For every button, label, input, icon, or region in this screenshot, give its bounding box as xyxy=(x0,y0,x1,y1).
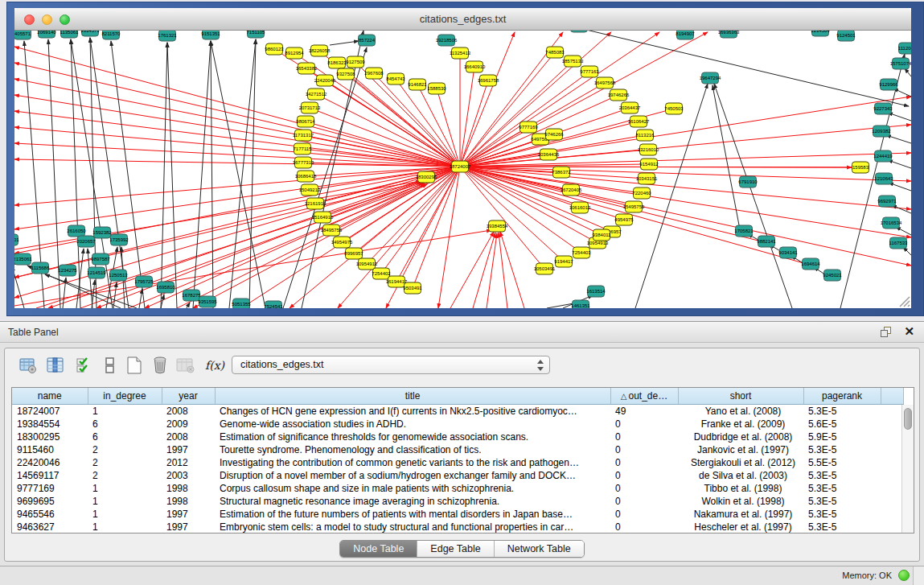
column-header-short[interactable]: short xyxy=(678,388,803,404)
graph-node[interactable]: 405571 xyxy=(14,31,31,39)
create-column-icon[interactable] xyxy=(124,355,145,376)
graph-node[interactable]: 16497568 xyxy=(594,77,616,89)
graph-node[interactable]: 14271512 xyxy=(306,89,327,100)
graph-node[interactable]: 4954975 xyxy=(614,214,634,225)
graph-edge[interactable] xyxy=(450,232,494,308)
column-header-name[interactable]: name xyxy=(12,388,88,404)
graph-node[interactable]: 15049213 xyxy=(299,184,321,196)
graph-node[interactable]: 7177115 xyxy=(294,143,313,154)
table-row[interactable]: 911546021997Tourette syndrome. Phenomeno… xyxy=(12,443,903,456)
row-height-icon[interactable] xyxy=(100,355,121,376)
graph-node[interactable]: 15495759 xyxy=(623,201,645,212)
graph-node[interactable]: 9777169 xyxy=(519,122,538,133)
column-header-in-degree[interactable]: in_degree xyxy=(88,388,162,404)
table-options-icon[interactable] xyxy=(18,355,39,376)
graph-edge[interactable] xyxy=(193,41,211,308)
table-row[interactable]: 2242004622012Investigating the contribut… xyxy=(12,456,903,469)
graph-edge[interactable] xyxy=(14,111,460,167)
graph-node[interactable]: 15751074 xyxy=(890,58,911,69)
graph-node[interactable]: 11731317 xyxy=(293,130,314,141)
graph-node[interactable]: 1112045 xyxy=(898,43,911,54)
graph-node[interactable]: 18724007 xyxy=(450,161,471,172)
graph-node[interactable]: 19218506 xyxy=(436,35,458,46)
graph-node[interactable]: 19746266 xyxy=(608,89,630,101)
graph-node[interactable]: 1210643 xyxy=(874,173,893,184)
show-columns-icon[interactable] xyxy=(45,355,66,376)
graph-node[interactable]: 8194907 xyxy=(676,31,695,39)
network-view-window[interactable]: citations_edges.txt 18724007183002951938… xyxy=(6,2,924,316)
graph-edge[interactable] xyxy=(460,32,708,167)
selection-mode-icon[interactable] xyxy=(74,355,95,376)
graph-edge[interactable] xyxy=(714,84,792,308)
table-row[interactable]: 977716911998Corpus callosum shape and si… xyxy=(12,482,903,495)
graph-node[interactable]: 1234275 xyxy=(58,265,77,276)
graph-node[interactable]: 9194417 xyxy=(554,256,573,267)
delete-column-icon[interactable] xyxy=(150,355,170,376)
graph-node[interactable]: 1115686 xyxy=(31,262,50,274)
graph-node[interactable]: 2087611 xyxy=(570,31,589,32)
graph-node[interactable]: 9860123 xyxy=(265,43,284,55)
graph-node[interactable]: 9314571 xyxy=(80,31,100,36)
graph-edge[interactable] xyxy=(499,233,507,308)
graph-node[interactable]: 9692971 xyxy=(877,196,897,207)
function-builder-icon[interactable]: f(x) xyxy=(204,355,225,376)
graph-node[interactable]: 1214504 xyxy=(811,31,830,36)
graph-node[interactable]: 9503491 xyxy=(403,282,422,294)
graph-edge[interactable] xyxy=(211,41,213,308)
table-select-dropdown[interactable]: citations_edges.txt xyxy=(232,356,550,374)
graph-node[interactable]: 2135061 xyxy=(14,253,32,265)
table-row[interactable]: 1456911722003Disruption of a novel membe… xyxy=(12,469,903,482)
graph-node[interactable]: 1244419 xyxy=(873,150,893,162)
graph-edge[interactable] xyxy=(367,167,460,264)
table-scrollbar[interactable] xyxy=(901,405,914,533)
graph-node[interactable]: 1167533 xyxy=(889,237,909,249)
graph-node[interactable]: 1214519 xyxy=(87,267,106,278)
graph-node[interactable]: 9034141 xyxy=(778,247,798,258)
graph-node[interactable]: 16961758 xyxy=(478,75,499,86)
graph-node[interactable]: 18495759 xyxy=(321,225,343,236)
graph-node[interactable]: 8113216 xyxy=(636,130,655,141)
graph-node[interactable]: 10616013 xyxy=(569,202,591,213)
graph-node[interactable]: 1761321 xyxy=(158,31,177,41)
table-row[interactable]: 969969511998Structural magnetic resonanc… xyxy=(12,495,903,508)
graph-edge[interactable] xyxy=(92,280,95,308)
graph-edge[interactable] xyxy=(713,85,740,229)
graph-node[interactable]: 8211570 xyxy=(102,31,121,39)
graph-node[interactable]: 5051355 xyxy=(232,299,251,308)
graph-node[interactable]: 9146821 xyxy=(408,79,427,90)
graph-edge[interactable] xyxy=(889,183,911,191)
graph-node[interactable]: 9154912 xyxy=(639,159,659,170)
graph-node[interactable]: 9806714 xyxy=(296,116,315,127)
graph-edge[interactable] xyxy=(886,135,911,143)
graph-node[interactable]: 1135061 xyxy=(60,31,80,38)
graph-node[interactable]: 18300295 xyxy=(416,171,437,183)
window-resize-grip[interactable] xyxy=(913,566,924,585)
graph-node[interactable]: 7254403 xyxy=(572,247,591,258)
graph-node[interactable]: 8454743 xyxy=(386,73,405,84)
close-panel-icon[interactable]: ✕ xyxy=(904,324,914,339)
graph-node[interactable]: 20364436 xyxy=(538,149,560,160)
graph-node[interactable]: 8912954 xyxy=(285,47,304,59)
graph-edge[interactable] xyxy=(460,167,911,209)
graph-node[interactable]: 9227343 xyxy=(873,103,893,114)
tab-edge-table[interactable]: Edge Table xyxy=(417,541,493,557)
graph-node[interactable]: 2069140 xyxy=(37,31,56,38)
graph-node[interactable]: 11325413 xyxy=(450,47,471,59)
graph-edge[interactable] xyxy=(500,232,524,308)
graph-node[interactable]: 1209382 xyxy=(872,126,891,137)
graph-node[interactable]: 2967608 xyxy=(364,68,384,79)
tab-network-table[interactable]: Network Table xyxy=(494,541,584,557)
graph-node[interactable]: 7450503 xyxy=(664,103,684,114)
float-panel-icon[interactable] xyxy=(881,327,892,338)
graph-node[interactable]: 10686418 xyxy=(295,171,317,182)
graph-node[interactable]: 13216010 xyxy=(638,144,659,155)
graph-node[interactable]: 7151105 xyxy=(247,31,266,38)
graph-edge[interactable] xyxy=(460,167,812,266)
table-row[interactable]: 1830029562008Estimation of significance … xyxy=(12,431,903,443)
graph-edge[interactable] xyxy=(330,41,359,45)
graph-node[interactable]: 16777313 xyxy=(293,157,314,168)
graph-node[interactable]: 20364437 xyxy=(619,102,641,113)
graph-edge[interactable] xyxy=(888,113,911,121)
graph-node[interactable]: 1588530 xyxy=(427,83,446,94)
graph-node[interactable]: 9777163 xyxy=(580,66,599,77)
